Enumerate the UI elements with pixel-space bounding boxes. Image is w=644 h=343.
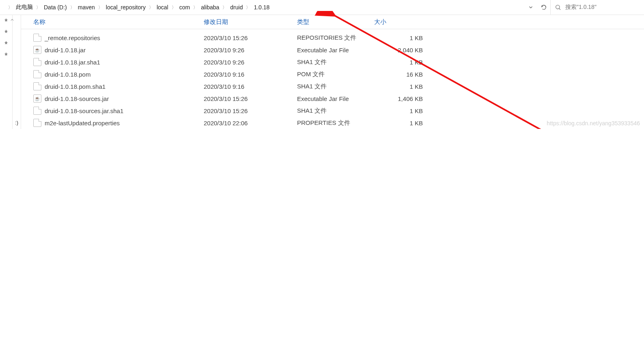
search-placeholder: 搜索"1.0.18": [565, 4, 597, 11]
breadcrumb-item[interactable]: local_repository: [103, 4, 148, 11]
search-input[interactable]: 搜索"1.0.18": [550, 0, 644, 15]
generic-file-icon: [33, 34, 41, 42]
pin-icon[interactable]: [4, 51, 9, 58]
chevron-right-icon: 〉: [171, 4, 177, 11]
svg-line-1: [559, 9, 560, 10]
breadcrumb[interactable]: 〉 此电脑 〉 Data (D:) 〉 maven 〉 local_reposi…: [0, 0, 524, 15]
pin-icon[interactable]: [4, 40, 9, 47]
file-name: druid-1.0.18.jar.sha1: [45, 59, 100, 66]
generic-file-icon: [33, 58, 41, 66]
file-size: 2,040 KB: [374, 47, 433, 54]
breadcrumb-item[interactable]: Data (D:): [41, 4, 69, 11]
file-type: PROPERTIES 文件: [297, 119, 374, 127]
file-date: 2020/3/10 9:26: [204, 47, 297, 54]
expand-nav-icon[interactable]: [8, 16, 16, 24]
address-bar: 〉 此电脑 〉 Data (D:) 〉 maven 〉 local_reposi…: [0, 0, 644, 15]
breadcrumb-item[interactable]: com: [177, 4, 192, 11]
file-size: 1 KB: [374, 107, 433, 114]
chevron-right-icon: 〉: [97, 4, 103, 11]
file-name: druid-1.0.18-sources.jar: [45, 95, 109, 102]
generic-file-icon: [33, 82, 41, 90]
file-type: POM 文件: [297, 71, 374, 78]
chevron-right-icon: 〉: [35, 4, 41, 11]
refresh-button[interactable]: [537, 2, 550, 13]
pin-icon[interactable]: [4, 29, 9, 35]
file-date: 2020/3/10 15:26: [204, 95, 297, 102]
file-date: 2020/3/10 22:06: [204, 120, 297, 126]
file-date: 2020/3/10 15:26: [204, 34, 297, 41]
file-row[interactable]: m2e-lastUpdated.properties2020/3/10 22:0…: [21, 117, 644, 129]
breadcrumb-item[interactable]: alibaba: [198, 4, 222, 11]
jar-file-icon: ☕: [33, 46, 41, 54]
file-type: REPOSITORIES 文件: [297, 34, 374, 42]
breadcrumb-item[interactable]: local: [154, 4, 171, 11]
chevron-right-icon: 〉: [69, 4, 75, 11]
column-headers: 名称 修改日期 类型 大小: [21, 15, 644, 29]
file-date: 2020/3/10 9:16: [204, 83, 297, 90]
file-list-pane: 名称 修改日期 类型 大小 _remote.repositories2020/3…: [21, 15, 644, 129]
nav-pane-collapsed[interactable]: :): [13, 15, 21, 129]
file-type: SHA1 文件: [297, 58, 374, 66]
file-row[interactable]: ☕druid-1.0.18.jar2020/3/10 9:26Executabl…: [21, 44, 644, 56]
file-type: SHA1 文件: [297, 107, 374, 115]
file-type: SHA1 文件: [297, 83, 374, 90]
svg-point-0: [556, 5, 560, 9]
breadcrumb-item[interactable]: 此电脑: [13, 4, 35, 11]
file-name: druid-1.0.18-sources.jar.sha1: [45, 107, 123, 114]
file-size: 1 KB: [374, 34, 433, 41]
file-name: druid-1.0.18.pom.sha1: [45, 83, 106, 90]
file-row[interactable]: druid-1.0.18.jar.sha12020/3/10 9:26SHA1 …: [21, 56, 644, 68]
file-row[interactable]: druid-1.0.18.pom2020/3/10 9:16POM 文件16 K…: [21, 68, 644, 80]
chevron-right-icon: 〉: [192, 4, 198, 11]
search-icon: [555, 4, 561, 11]
file-row[interactable]: _remote.repositories2020/3/10 15:26REPOS…: [21, 32, 644, 44]
chevron-right-icon: 〉: [148, 4, 154, 11]
file-type: Executable Jar File: [297, 47, 374, 54]
jar-file-icon: ☕: [33, 94, 41, 103]
file-name: druid-1.0.18.pom: [45, 71, 90, 78]
file-name: druid-1.0.18.jar: [45, 47, 86, 54]
file-size: 1 KB: [374, 83, 433, 90]
file-date: 2020/3/10 9:16: [204, 71, 297, 78]
history-dropdown-button[interactable]: [524, 2, 537, 13]
file-size: 1,406 KB: [374, 95, 433, 102]
file-name: m2e-lastUpdated.properties: [45, 120, 120, 126]
file-size: 1 KB: [374, 120, 433, 126]
generic-file-icon: [33, 119, 41, 127]
breadcrumb-item[interactable]: 1.0.18: [251, 4, 272, 11]
chevron-right-icon: 〉: [7, 4, 13, 11]
generic-file-icon: [33, 70, 41, 78]
chevron-right-icon: 〉: [245, 4, 251, 11]
file-name: _remote.repositories: [45, 34, 100, 41]
breadcrumb-item[interactable]: druid: [228, 4, 245, 11]
column-size[interactable]: 大小: [374, 18, 423, 26]
file-row[interactable]: ☕druid-1.0.18-sources.jar2020/3/10 15:26…: [21, 92, 644, 105]
chevron-right-icon: 〉: [222, 4, 228, 11]
file-size: 1 KB: [374, 59, 433, 66]
column-name[interactable]: 名称: [21, 18, 204, 26]
file-size: 16 KB: [374, 71, 433, 78]
breadcrumb-item[interactable]: maven: [75, 4, 97, 11]
file-row[interactable]: druid-1.0.18.pom.sha12020/3/10 9:16SHA1 …: [21, 80, 644, 92]
column-type[interactable]: 类型: [297, 18, 374, 26]
generic-file-icon: [33, 107, 41, 115]
file-row[interactable]: druid-1.0.18-sources.jar.sha12020/3/10 1…: [21, 105, 644, 117]
file-date: 2020/3/10 15:26: [204, 107, 297, 114]
file-date: 2020/3/10 9:26: [204, 59, 297, 66]
nav-pane-label: :): [15, 120, 18, 126]
file-type: Executable Jar File: [297, 95, 374, 102]
quick-access-column: [0, 15, 13, 129]
column-date[interactable]: 修改日期: [204, 18, 297, 26]
